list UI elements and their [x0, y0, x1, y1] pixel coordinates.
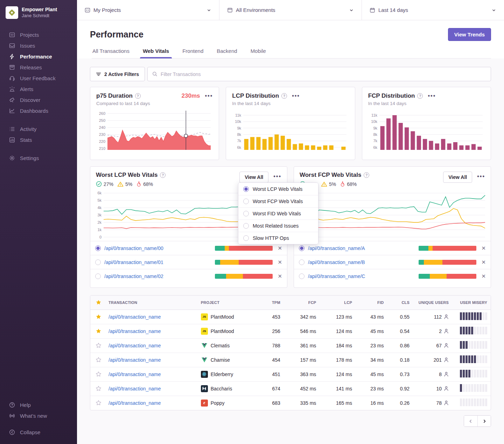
star-toggle[interactable] — [90, 353, 105, 367]
transaction-link[interactable]: /api/0/transaction_name — [108, 357, 161, 363]
column-unique-users[interactable]: UNIQUE USERS — [413, 296, 452, 310]
close-icon[interactable]: ✕ — [481, 259, 486, 265]
previous-page-button[interactable] — [464, 416, 477, 426]
transaction-radio[interactable] — [299, 259, 304, 265]
project-selector[interactable]: My Projects — [77, 0, 219, 20]
help-icon[interactable]: ? — [160, 172, 166, 178]
column-user-misery[interactable]: USER MISERY — [452, 296, 491, 310]
next-page-button[interactable] — [477, 416, 491, 426]
table-row: /api/0/transaction_name Elderberry 451 3… — [90, 367, 491, 381]
view-all-button[interactable]: View All — [443, 172, 472, 183]
dropdown-option-most-related-issues[interactable]: Most Related Issues — [238, 220, 318, 232]
tab-frontend[interactable]: Frontend — [182, 48, 204, 58]
active-filters-button[interactable]: 2 Active Filters — [90, 67, 145, 81]
sidebar-item-stats[interactable]: Stats — [0, 134, 77, 145]
stats-icon — [9, 137, 15, 143]
transaction-link[interactable]: /api/0/transaction_name — [108, 372, 161, 377]
sidebar-item-activity[interactable]: Activity — [0, 124, 77, 134]
sidebar-item-settings[interactable]: Settings — [0, 153, 77, 164]
environment-selector[interactable]: All Environments — [219, 0, 362, 20]
transaction-link[interactable]: /api/0/transaction_name — [108, 314, 161, 320]
star-toggle[interactable] — [90, 338, 105, 353]
card-menu-button[interactable]: ••• — [477, 175, 485, 178]
transaction-link[interactable]: /api/0/transaction_name/02 — [104, 273, 215, 279]
transaction-search[interactable] — [147, 67, 491, 81]
transaction-link[interactable]: /api/0/transaction_name — [108, 386, 161, 391]
dropdown-option-worst-fcp-web-vitals[interactable]: Worst FCP Web Vitals — [238, 195, 318, 207]
tab-web-vitals[interactable]: Web Vitals — [142, 48, 170, 58]
close-icon[interactable]: ✕ — [278, 245, 282, 251]
sidebar-item-releases[interactable]: Releases — [0, 62, 77, 73]
transaction-link[interactable]: /api/0/transaction_name/C — [308, 273, 419, 279]
project-cell[interactable]: JSPlantMood — [201, 313, 257, 320]
sidebar-item-user-feedback[interactable]: User Feedback — [0, 73, 77, 84]
dropdown-option-slow-http-ops[interactable]: Slow HTTP Ops — [238, 232, 318, 244]
search-input[interactable] — [161, 71, 486, 77]
tab-all-transactions[interactable]: All Transactions — [92, 48, 130, 58]
column-transaction[interactable]: TRANSACTION — [105, 296, 197, 310]
star-toggle[interactable] — [90, 310, 105, 324]
transaction-link[interactable]: /api/0/transaction_name/A — [308, 245, 419, 251]
card-menu-button[interactable]: ••• — [428, 94, 436, 98]
transaction-link[interactable]: /api/0/transaction_name/00 — [104, 245, 215, 251]
sidebar-item-performance[interactable]: Performance — [0, 51, 77, 62]
column-fid[interactable]: FID — [356, 296, 387, 310]
org-switcher[interactable]: Empower Plant Jane Schmidt — [0, 5, 77, 19]
transaction-link[interactable]: /api/0/transaction_name — [108, 328, 161, 334]
tab-mobile[interactable]: Mobile — [250, 48, 267, 58]
star-toggle[interactable] — [90, 381, 105, 396]
transaction-radio[interactable] — [95, 259, 101, 265]
transaction-link[interactable]: /api/0/transaction_name — [108, 400, 161, 406]
close-icon[interactable]: ✕ — [278, 273, 282, 279]
tab-backend[interactable]: Backend — [216, 48, 238, 58]
project-cell[interactable]: JSPlantMood — [201, 328, 257, 335]
help-icon[interactable]: ? — [417, 93, 423, 99]
column-fcp[interactable]: FCP — [284, 296, 320, 310]
close-icon[interactable]: ✕ — [481, 245, 486, 251]
column-lcp[interactable]: LCP — [320, 296, 356, 310]
dropdown-option-worst-fid-web-vitals[interactable]: Worst FID Web Vitals — [238, 207, 318, 220]
transaction-radio[interactable] — [299, 245, 304, 251]
sidebar-item-dashboards[interactable]: Dashboards — [0, 105, 77, 116]
view-all-button[interactable]: View All — [239, 172, 268, 183]
sidebar-item-help[interactable]: Help — [0, 400, 77, 410]
dropdown-option-worst-lcp-web-vitals[interactable]: Worst LCP Web Vitals — [238, 183, 318, 195]
sidebar-item-discover[interactable]: Discover — [0, 95, 77, 105]
card-menu-button[interactable]: ••• — [292, 94, 300, 98]
vue-platform-icon — [201, 356, 208, 363]
star-toggle[interactable] — [90, 324, 105, 338]
help-icon[interactable]: ? — [135, 93, 141, 99]
column-project[interactable]: PROJECT — [197, 296, 260, 310]
close-icon[interactable]: ✕ — [481, 273, 486, 279]
date-range-selector[interactable]: Last 14 days — [362, 0, 504, 20]
star-toggle[interactable] — [90, 396, 105, 410]
project-cell[interactable]: Chamise — [201, 356, 257, 363]
transactions-table: TRANSACTIONPROJECTTPMFCPLCPFIDCLSUNIQUE … — [90, 296, 491, 410]
card-menu-button[interactable]: ••• — [205, 94, 213, 98]
sidebar-item-issues[interactable]: Issues — [0, 40, 77, 51]
fid-cell: 34 ms — [356, 353, 387, 367]
project-cell[interactable]: Clematis — [201, 342, 257, 349]
help-icon[interactable]: ? — [281, 93, 287, 99]
column-tpm[interactable]: TPM — [260, 296, 284, 310]
sidebar-item-what-s-new[interactable]: What’s new — [0, 410, 77, 421]
transaction-link[interactable]: /api/0/transaction_name — [108, 343, 161, 348]
column-cls[interactable]: CLS — [387, 296, 413, 310]
card-menu-button[interactable]: ••• — [273, 175, 281, 178]
project-cell[interactable]: Baccharis — [201, 385, 257, 392]
transaction-radio[interactable] — [95, 273, 101, 279]
sidebar-item-projects[interactable]: Projects — [0, 29, 77, 40]
transaction-link[interactable]: /api/0/transaction_name/01 — [104, 259, 215, 265]
project-cell[interactable]: ePoppy — [201, 400, 257, 407]
column-star[interactable] — [90, 296, 105, 310]
transaction-radio[interactable] — [95, 245, 101, 251]
sidebar-item-alerts[interactable]: Alerts — [0, 84, 77, 95]
close-icon[interactable]: ✕ — [278, 259, 282, 265]
project-cell[interactable]: Elderberry — [201, 371, 257, 378]
star-toggle[interactable] — [90, 367, 105, 381]
transaction-radio[interactable] — [299, 273, 304, 279]
view-trends-button[interactable]: View Trends — [448, 28, 491, 41]
transaction-link[interactable]: /api/0/transaction_name/B — [308, 259, 419, 265]
sidebar-collapse-button[interactable]: Collapse — [0, 427, 77, 438]
help-icon[interactable]: ? — [364, 172, 369, 178]
